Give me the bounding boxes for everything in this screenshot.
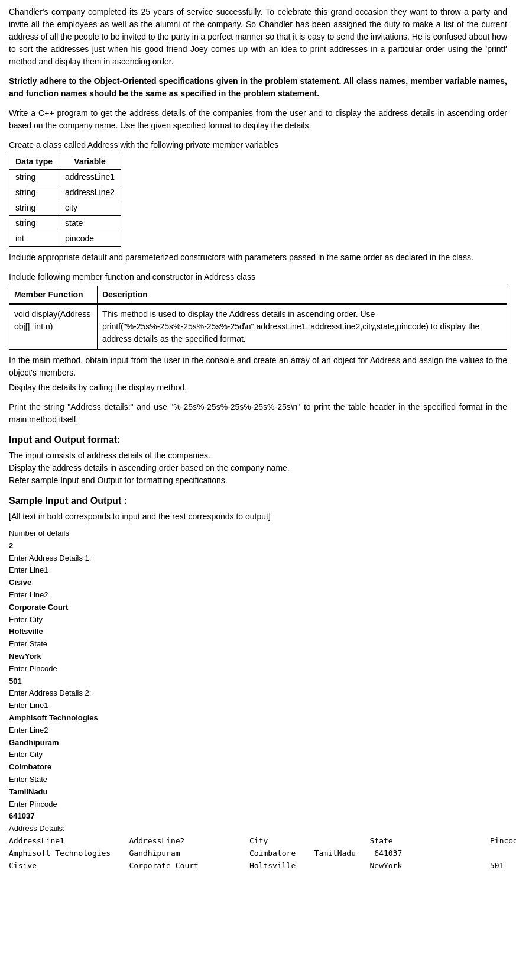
member-table-intro: Include following member function and co…	[9, 271, 507, 283]
table-row: stringaddressLine2	[9, 185, 121, 200]
bold-paragraph: Strictly adhere to the Object-Oriented s…	[9, 75, 507, 100]
member-function-table: Member Function Description void display…	[9, 286, 507, 350]
table-row: intpincode	[9, 231, 121, 247]
col-member-function: Member Function	[9, 286, 98, 305]
io-header: Input and Output format:	[9, 433, 507, 447]
sample-line: Amphisoft Technologies Gandhipuram Coimb…	[9, 848, 507, 860]
col-datatype: Data type	[9, 154, 59, 170]
sample-line: Corporate Court	[9, 601, 507, 614]
sample-line: Enter Line1	[9, 564, 507, 577]
table-row: stringcity	[9, 200, 121, 216]
sample-note: [All text in bold corresponds to input a…	[9, 510, 507, 523]
sample-line: Enter Line2	[9, 725, 507, 737]
main-method-note1: In the main method, obtain input from th…	[9, 354, 507, 379]
sample-line: Amphisoft Technologies	[9, 712, 507, 725]
table1-intro: Create a class called Address with the f…	[9, 139, 507, 151]
sample-line: Enter Address Details 1:	[9, 552, 507, 565]
sample-line: Coimbatore	[9, 761, 507, 774]
sample-line: 501	[9, 675, 507, 688]
sample-line: Enter Line2	[9, 589, 507, 601]
sample-line: 2	[9, 540, 507, 552]
io-line3: Refer sample Input and Output for format…	[9, 474, 507, 487]
table-row: stringaddressLine1	[9, 170, 121, 185]
sample-line: Enter Address Details 2:	[9, 687, 507, 700]
sample-line: Holtsville	[9, 626, 507, 638]
sample-line: Gandhipuram	[9, 737, 507, 749]
main-method-note3: Print the string "Address details:" and …	[9, 401, 507, 426]
constructor-note: Include appropriate default and paramete…	[9, 251, 507, 264]
sample-line: Enter Line1	[9, 700, 507, 712]
sample-line: Enter City	[9, 749, 507, 761]
sample-line: 641037	[9, 810, 507, 823]
sample-line: NewYork	[9, 651, 507, 663]
col-variable: Variable	[59, 154, 121, 170]
sample-line: Enter State	[9, 638, 507, 651]
sample-line: TamilNadu	[9, 786, 507, 798]
sample-line: Enter Pincode	[9, 798, 507, 811]
io-line2: Display the address details in ascending…	[9, 462, 507, 474]
sample-header: Sample Input and Output :	[9, 494, 507, 508]
io-section: Input and Output format: The input consi…	[9, 433, 507, 487]
sample-line: Enter Pincode	[9, 663, 507, 675]
sample-line: Cisive Corporate Court Holtsville NewYor…	[9, 860, 507, 872]
sample-line: Enter State	[9, 774, 507, 786]
write-paragraph: Write a C++ program to get the address d…	[9, 107, 507, 132]
io-line1: The input consists of address details of…	[9, 449, 507, 462]
col-description: Description	[97, 286, 507, 305]
sample-line: Number of details	[9, 528, 507, 540]
main-method-note2: Display the details by calling the displ…	[9, 381, 507, 394]
sample-content: Number of details2Enter Address Details …	[9, 528, 507, 872]
table-row: void display(Address obj[], int n)This m…	[9, 304, 507, 350]
variables-table: Data type Variable stringaddressLine1str…	[9, 154, 121, 247]
sample-line: AddressLine1 AddressLine2 City State Pin…	[9, 835, 507, 848]
intro-paragraph1: Chandler's company completed its 25 year…	[9, 6, 507, 68]
table-row: stringstate	[9, 216, 121, 231]
sample-line: Enter City	[9, 614, 507, 626]
sample-line: Address Details:	[9, 823, 507, 835]
sample-line: Cisive	[9, 577, 507, 589]
